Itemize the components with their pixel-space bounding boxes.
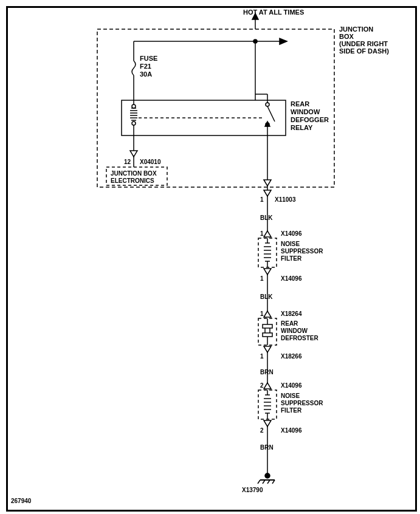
svg-marker-47 xyxy=(264,346,271,352)
svg-line-18 xyxy=(267,106,275,122)
def-top-conn: X18264 xyxy=(281,310,302,317)
wire-brn2: BRN xyxy=(260,444,274,451)
nsf2-bot-pin: 2 xyxy=(260,427,264,434)
svg-point-7 xyxy=(253,39,257,43)
wire-blk1: BLK xyxy=(260,214,273,221)
svg-point-55 xyxy=(265,473,270,478)
nsf1-l1: NOISE xyxy=(281,241,300,247)
def-l2: WINDOW xyxy=(281,327,308,334)
def-bot-conn: X18266 xyxy=(281,353,302,360)
nsf1-top-conn: X14096 xyxy=(281,230,302,237)
fuse-l3: 30A xyxy=(140,70,152,78)
def-l3: DEFROSTER xyxy=(281,335,318,341)
relay-l3: DEFOGGER xyxy=(291,116,329,123)
def-top-pin: 1 xyxy=(260,310,264,317)
relay-l4: RELAY xyxy=(291,124,313,131)
svg-marker-4 xyxy=(280,38,287,44)
svg-rect-42 xyxy=(263,324,272,328)
jbe-conn: X04010 xyxy=(140,159,161,165)
relay-l1: REAR xyxy=(291,100,309,108)
x11003-pin: 1 xyxy=(260,196,264,203)
def-bot-pin: 1 xyxy=(260,353,264,360)
relay-l2: WINDOW xyxy=(291,108,320,115)
nsf2-l3: FILTER xyxy=(281,407,302,414)
nsf1-bot-conn: X14096 xyxy=(281,275,302,282)
svg-marker-31 xyxy=(264,190,271,196)
svg-point-12 xyxy=(132,105,136,108)
svg-marker-29 xyxy=(264,180,271,186)
svg-marker-25 xyxy=(130,151,137,157)
jbe-l1: JUNCTION BOX xyxy=(111,170,157,177)
nsf1-bot-pin: 1 xyxy=(260,275,264,282)
nsf2-top-conn: X14096 xyxy=(281,382,302,389)
svg-marker-39 xyxy=(264,311,271,317)
nsf2-top-pin: 2 xyxy=(260,382,264,389)
wire-brn1: BRN xyxy=(260,369,274,375)
svg-marker-21 xyxy=(265,122,270,126)
x11003-id: X11003 xyxy=(275,196,296,203)
jbox-note-4: SIDE OF DASH) xyxy=(339,47,389,55)
jbox-note-3: (UNDER RIGHT xyxy=(339,40,388,47)
nsf1-top-pin: 1 xyxy=(260,230,264,237)
jbe-pin: 12 xyxy=(124,159,131,165)
svg-marker-33 xyxy=(264,231,271,237)
doc-number: 267940 xyxy=(11,498,32,504)
nsf2-l1: NOISE xyxy=(281,392,300,399)
nsf1-l2: SUPPRESSOR xyxy=(281,248,323,255)
svg-marker-49 xyxy=(264,383,271,389)
svg-marker-53 xyxy=(264,420,271,427)
nsf2-l2: SUPPRESSOR xyxy=(281,400,323,406)
svg-marker-37 xyxy=(264,269,271,275)
wire-blk2: BLK xyxy=(260,293,273,300)
jbox-note-2: BOX xyxy=(339,33,354,40)
svg-point-13 xyxy=(132,122,136,125)
fuse-l1: FUSE xyxy=(140,55,157,62)
def-l1: REAR xyxy=(281,320,298,327)
fuse-l2: F21 xyxy=(140,63,151,70)
svg-rect-45 xyxy=(263,333,272,337)
jbe-l2: ELECTRONICS xyxy=(111,177,154,184)
hot-label: HOT AT ALL TIMES xyxy=(243,9,304,16)
nsf1-l3: FILTER xyxy=(281,255,302,262)
svg-line-57 xyxy=(258,480,260,484)
ground-conn: X13790 xyxy=(242,487,263,493)
jbox-note-1: JUNCTION xyxy=(339,26,373,33)
nsf2-bot-conn: X14096 xyxy=(281,427,302,434)
